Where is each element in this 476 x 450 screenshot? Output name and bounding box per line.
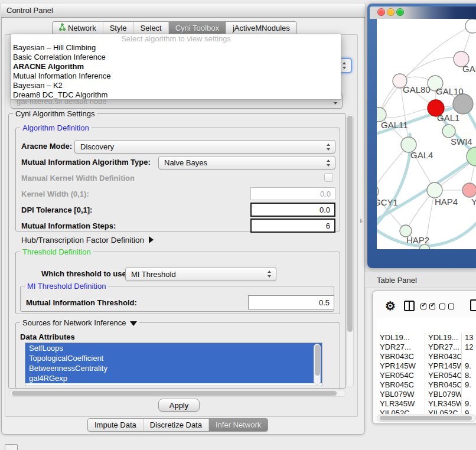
spinner-arrows-icon xyxy=(327,159,331,167)
control-panel-titlebar[interactable]: Control Panel xyxy=(1,4,365,18)
table-row[interactable]: YER054CYER054C8. xyxy=(377,371,476,380)
tab-discretize-data[interactable]: Discretize Data xyxy=(143,419,208,431)
data-attributes-list[interactable]: SelfLoopsTopologicalCoefficientBetweenne… xyxy=(25,343,322,386)
node-label-hap4: HAP4 xyxy=(435,197,458,207)
mi-steps-field[interactable]: 6 xyxy=(250,219,335,233)
tab-select[interactable]: Select xyxy=(133,22,168,34)
minimize-traffic-light[interactable] xyxy=(387,8,395,16)
table-cell: YPR145W xyxy=(377,361,425,371)
tab-network[interactable]: Network xyxy=(53,22,103,34)
table-row[interactable]: YPR145WYPR145W9. xyxy=(377,361,476,371)
table-panel-header: Table Panel xyxy=(365,272,476,288)
table-cell xyxy=(462,390,476,399)
sources-group-title[interactable]: Sources for Network Inference xyxy=(20,318,139,327)
mi-type-select[interactable]: Naive Bayes xyxy=(158,156,335,169)
tab-cyni-toolbox[interactable]: Cyni Toolbox xyxy=(168,22,226,34)
algorithm-dropdown-popup: Select algorithm to view settings Bayesi… xyxy=(11,34,341,100)
unchecked-box-icon[interactable] xyxy=(439,304,445,309)
algorithm-option-basic-correlation-inference[interactable]: Basic Correlation Inference xyxy=(11,53,341,62)
node-label-gal1: GAL1 xyxy=(437,113,459,123)
attribute-item-gal4rgexp[interactable]: gal4RGexp xyxy=(25,373,322,383)
checked-box-icon[interactable] xyxy=(429,304,435,309)
manual-kernel-label: Manual Kernel Width Definition xyxy=(21,174,135,182)
table-horizontal-scrollbar[interactable] xyxy=(377,415,476,422)
network-icon xyxy=(59,23,66,33)
gear-icon[interactable]: ⚙ xyxy=(385,299,396,313)
table-cell: YDR27... xyxy=(425,343,462,352)
table-cell: 8. xyxy=(462,371,476,380)
table-cell: YBR043C xyxy=(377,352,425,361)
page-icon[interactable] xyxy=(470,299,476,311)
table-row[interactable]: YBR043CYBR043C xyxy=(377,352,476,361)
network-node[interactable] xyxy=(442,125,455,138)
tab-impute-data[interactable]: Impute Data xyxy=(88,419,143,431)
table-cell: YIL052C xyxy=(425,409,462,414)
table-row[interactable]: YBR045CYBR045C9. xyxy=(377,380,476,390)
bottom-tab-bar: Impute DataDiscretize DataInfer Network xyxy=(87,418,268,432)
algorithm-option-aracne-algorithm[interactable]: ARACNE Algorithm xyxy=(11,62,341,71)
algorithm-option-mutual-information-inference[interactable]: Mutual Information Inference xyxy=(11,71,341,81)
table-row[interactable]: YIL052CYIL052C9 xyxy=(377,409,476,414)
network-node[interactable] xyxy=(377,185,379,198)
algorithm-option-dream8-dc-tdc-algorithm[interactable]: Dream8 DC_TDC Algorithm xyxy=(11,90,341,100)
top-tab-bar: NetworkStyleSelectCyni ToolboxjActiveMNo… xyxy=(52,21,297,35)
split-view-icon[interactable] xyxy=(404,301,415,311)
manual-kernel-checkbox[interactable] xyxy=(324,173,333,182)
mi-threshold-field[interactable]: 0.5 xyxy=(248,295,334,309)
kernel-width-field: 0.0 xyxy=(250,187,335,200)
threshold-definition-title: Threshold Definition xyxy=(20,247,93,256)
table-row[interactable]: YDL19...YDL19...13 xyxy=(377,333,476,343)
network-node[interactable] xyxy=(453,94,473,114)
table-body[interactable]: YDL19...YDL19...13YDR27...YDR27...12YBR0… xyxy=(377,318,476,414)
table-row[interactable]: YBL079WYBL079W xyxy=(377,390,476,399)
which-threshold-select[interactable]: MI Threshold xyxy=(125,267,276,281)
table-cell: YBR045C xyxy=(425,380,462,390)
tab-infer-network[interactable]: Infer Network xyxy=(208,419,268,431)
network-canvas[interactable]: GALGAL80GAL10GAL1GAL11SWI4GAL4GCY1HAP4YH… xyxy=(377,19,476,249)
table-row[interactable]: YDR27...YDR27...12 xyxy=(377,343,476,352)
hub-definition-toggle[interactable]: Hub/Transcription Factor Definition xyxy=(21,236,154,244)
checked-box-icon[interactable] xyxy=(420,304,426,309)
close-traffic-light[interactable] xyxy=(377,8,385,16)
algorithm-option-bayesian-k2[interactable]: Bayesian – K2 xyxy=(11,81,341,90)
zoom-traffic-light[interactable] xyxy=(396,8,404,16)
table-row[interactable]: YLR345WYLR345W9. xyxy=(377,399,476,409)
attribute-item-selfloops[interactable]: SelfLoops xyxy=(25,343,322,353)
network-window-titlebar[interactable] xyxy=(370,6,476,19)
settings-vertical-scrollbar[interactable] xyxy=(346,115,354,387)
settings-horizontal-scrollbar[interactable] xyxy=(9,390,346,397)
node-label-gal11: GAL11 xyxy=(381,120,408,130)
table-cell: YER054C xyxy=(425,371,462,380)
spinner-arrows-icon xyxy=(268,270,272,278)
dpi-tolerance-field[interactable]: 0.0 xyxy=(250,203,335,217)
attribute-item-betweennesscentrality[interactable]: BetweennessCentrality xyxy=(25,363,322,373)
which-threshold-label: Which threshold to use: xyxy=(41,269,129,278)
algorithm-option-bayesian-hill-climbing[interactable]: Bayesian – Hill Climbing xyxy=(11,43,341,53)
table-cell: YIL052C xyxy=(377,409,425,414)
network-node[interactable] xyxy=(465,19,476,33)
table-cell: YER054C xyxy=(377,371,425,380)
mi-type-label: Mutual Information Algorithm Type: xyxy=(21,158,151,167)
aracne-mode-select[interactable]: Discovery xyxy=(74,140,335,154)
table-cell: YDR27... xyxy=(377,343,425,352)
node-label-gal: GAL xyxy=(462,64,476,74)
node-label-swi4: SWI4 xyxy=(451,136,472,146)
table-cell: YLR345W xyxy=(377,399,425,409)
node-label-gal10: GAL10 xyxy=(436,86,464,96)
attributes-scrollbar[interactable] xyxy=(314,344,321,385)
unchecked-box-icon[interactable] xyxy=(448,304,454,309)
table-cell: YDL19... xyxy=(425,333,462,343)
node-label-hap2: HAP2 xyxy=(406,235,429,245)
network-node[interactable] xyxy=(462,183,476,197)
minimized-panel-icon[interactable] xyxy=(5,444,18,450)
attribute-item-topologicalcoefficient[interactable]: TopologicalCoefficient xyxy=(25,353,322,363)
tab-style[interactable]: Style xyxy=(103,22,133,34)
table-cell: YBR043C xyxy=(425,352,462,361)
node-label-gal80: GAL80 xyxy=(403,84,431,94)
table-cell xyxy=(462,352,476,361)
table-panel-title: Table Panel xyxy=(377,276,417,285)
network-node[interactable] xyxy=(427,182,442,198)
tab-jactivemnodules[interactable]: jActiveMNodules xyxy=(226,22,296,34)
apply-button[interactable]: Apply xyxy=(158,399,200,412)
collapsed-arrow-icon xyxy=(149,236,154,243)
